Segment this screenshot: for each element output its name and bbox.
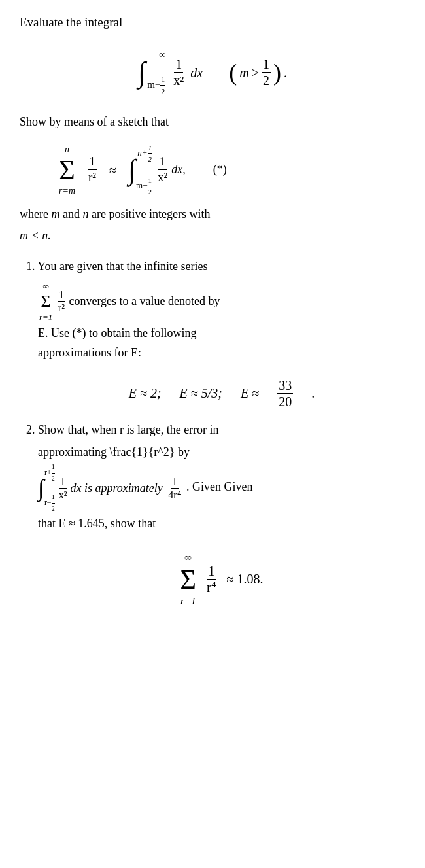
- where-m: m: [51, 207, 60, 220]
- page-title: Evaluate the integral: [20, 13, 405, 32]
- integral-lower: m−12: [147, 73, 165, 97]
- sum-int-upper: n+12: [137, 143, 152, 165]
- where-text: where m and n are positive integers with: [20, 205, 405, 223]
- sigma-sign: Σ: [59, 156, 75, 184]
- approx3-frac: 33 20: [277, 377, 293, 409]
- integrand-frac: 1 x²: [172, 56, 185, 88]
- approx3-label: E ≈: [241, 383, 259, 404]
- item2-text5: that E ≈ 1.645, show that: [38, 517, 156, 530]
- item1-text2: converges to a value denoted by: [69, 294, 220, 307]
- item2-text1: Show that, when r is large, the error in: [38, 423, 219, 436]
- final-sum-block: ∞ Σ r=1 1 r⁴ ≈ 1.08.: [38, 549, 405, 610]
- sum-int-frac: 1 x²: [156, 154, 169, 185]
- sum-frac: 1 r²: [87, 154, 97, 185]
- sigma-group: n Σ r=m: [59, 143, 75, 198]
- section2-text: Show by means of a sketch that: [20, 113, 405, 131]
- integral-upper: ∞: [159, 48, 165, 61]
- item2-approx-frac: 1 4r⁴: [167, 476, 182, 501]
- item2-dx: dx is approximately: [70, 479, 162, 498]
- item1-text3: E. Use (*) to obtain the following: [38, 326, 196, 339]
- item2-text4: . Given: [186, 481, 221, 494]
- star-label: (*): [213, 161, 227, 179]
- approx2: E ≈ 5/3;: [180, 383, 222, 404]
- sum-int-lower: m−12: [136, 175, 152, 198]
- item2-given: Given: [224, 481, 253, 494]
- dx-label: dx: [190, 63, 203, 82]
- condition-frac: 1 2: [262, 56, 271, 88]
- item2-body: approximating \frac{1}{r^2} by ∫ r+12 r−…: [38, 443, 405, 610]
- sum-integral-expr: ∫ n+12 m−12 1 x² dx,: [128, 143, 186, 198]
- item1-series-frac: 1 r²: [57, 288, 66, 314]
- approx-sign: ≈: [109, 160, 116, 180]
- integral-sign: ∫: [138, 58, 146, 87]
- condition-gt: >: [252, 63, 259, 82]
- list-item-1: 1. You are given that the infinite serie…: [26, 258, 405, 409]
- approx-line: E ≈ 2; E ≈ 5/3; E ≈ 33 20 .: [38, 377, 405, 409]
- main-integral-block: ∫ ∞ m−12 1 x² dx ( m > 1 2 ) .: [20, 48, 405, 97]
- list-item-2: 2. Show that, when r is large, the error…: [26, 421, 405, 610]
- items-list: 1. You are given that the infinite serie…: [26, 258, 405, 610]
- final-sigma-group: ∞ Σ r=1: [180, 549, 196, 610]
- final-approx: ≈ 1.08.: [227, 568, 264, 590]
- item1-series: ∞ Σ r=1: [39, 279, 52, 324]
- item1-body: ∞ Σ r=1 1 r² converges to a value denote…: [38, 279, 405, 409]
- mn-condition: m < n.: [20, 227, 405, 245]
- item2-integral: ∫ r+12 r−12 1 x² dx is approximately: [38, 462, 163, 514]
- where-n: n: [82, 207, 88, 220]
- item2-text2: approximating \frac{1}{r^2} by: [38, 445, 190, 459]
- item1-header: 1. You are given that the infinite serie…: [26, 258, 405, 275]
- sum-upper: n: [65, 143, 69, 156]
- item2-number: 2.: [26, 423, 35, 436]
- final-frac: 1 r⁴: [205, 563, 218, 595]
- item1-text4: approximations for E:: [38, 346, 141, 359]
- condition-box: ( m > 1 2 ) .: [229, 56, 287, 88]
- sum-approx-block: n Σ r=m 1 r² ≈ ∫ n+12 m−12 1 x² dx, (*): [59, 143, 405, 198]
- period1: .: [284, 63, 287, 82]
- item1-number: 1.: [26, 260, 35, 273]
- sum-int-limits: n+12 m−12: [136, 143, 152, 198]
- item2-header: 2. Show that, when r is large, the error…: [26, 421, 405, 439]
- sum-lower: r=m: [59, 184, 75, 198]
- period2: .: [311, 383, 314, 404]
- approx1: E ≈ 2;: [129, 383, 162, 404]
- right-paren: ): [273, 61, 281, 84]
- sum-dx: dx,: [171, 161, 186, 179]
- item1-text1: You are given that the infinite series: [37, 260, 207, 273]
- left-paren: (: [229, 61, 237, 84]
- condition-m: m: [239, 63, 248, 82]
- main-integral-expr: ∫ ∞ m−12 1 x² dx: [138, 48, 203, 97]
- sum-int-sign: ∫: [128, 156, 136, 184]
- integral-limits: ∞ m−12: [147, 48, 165, 97]
